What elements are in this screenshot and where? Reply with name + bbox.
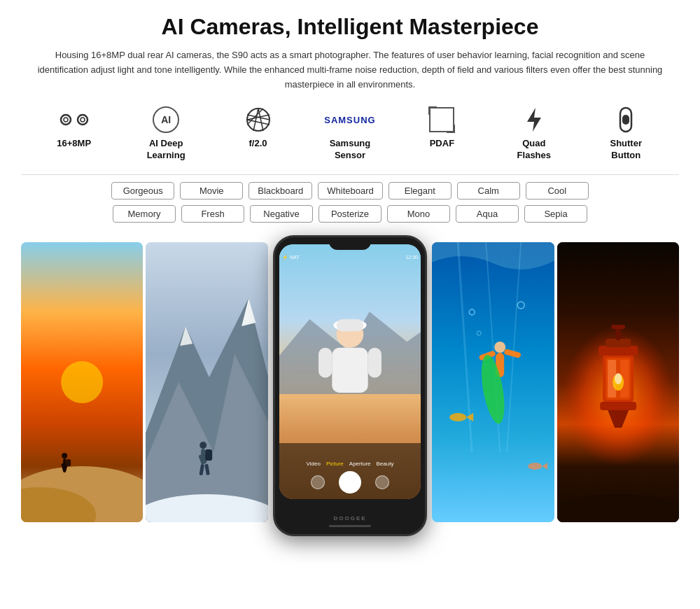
svg-line-8 — [247, 120, 270, 125]
feature-megapixels: 16+8MP — [32, 106, 116, 150]
features-row: 16+8MP AI AI DeepLearning — [21, 106, 679, 162]
aperture-icon — [245, 106, 272, 134]
shutter-button[interactable] — [339, 471, 361, 493]
gallery-button[interactable] — [311, 475, 325, 489]
svg-point-1 — [64, 118, 68, 122]
feature-ai: AI AI DeepLearning — [124, 106, 208, 162]
svg-point-48 — [495, 342, 506, 353]
svg-line-5 — [253, 108, 258, 131]
svg-point-3 — [80, 118, 85, 122]
filter-aqua[interactable]: Aqua — [456, 205, 519, 223]
filter-negative[interactable]: Negative — [250, 205, 313, 223]
camera-ui: Video Picture Aperture Beauty — [279, 443, 421, 499]
svg-rect-22 — [66, 459, 71, 466]
feature-shutter: ShutterButton — [584, 106, 668, 162]
filter-gorgeous[interactable]: Gorgeous — [111, 182, 174, 200]
filter-mono[interactable]: Mono — [387, 205, 450, 223]
svg-rect-43 — [368, 348, 382, 378]
filter-cool[interactable]: Cool — [526, 182, 589, 200]
svg-point-15 — [61, 361, 103, 403]
svg-rect-41 — [332, 348, 368, 393]
photo-underwater — [432, 242, 554, 522]
svg-point-2 — [78, 115, 88, 125]
filter-blackboard[interactable]: Blackboard — [248, 182, 312, 200]
feature-aperture: f/2.0 — [216, 106, 300, 150]
photo-phone-center: Video Picture Aperture Beauty — [271, 242, 430, 522]
svg-point-29 — [200, 442, 207, 449]
svg-point-0 — [61, 115, 71, 125]
feature-megapixels-label: 16+8MP — [57, 138, 91, 150]
page-container: AI Cameras, Intelligent Masterpiece Hous… — [0, 0, 700, 522]
feature-pdaf: PDAF — [400, 106, 484, 150]
svg-rect-42 — [318, 348, 332, 378]
filter-posterize[interactable]: Posterize — [318, 205, 382, 223]
mode-video[interactable]: Video — [307, 461, 321, 467]
filter-memory[interactable]: Memory — [113, 205, 176, 223]
svg-point-18 — [62, 453, 67, 458]
page-subtitle: Housing 16+8MP dual rear AI cameras, the… — [35, 48, 665, 92]
photo-lantern — [557, 242, 679, 522]
filter-fresh[interactable]: Fresh — [181, 205, 244, 223]
svg-point-4 — [247, 108, 270, 131]
svg-point-72 — [615, 373, 622, 384]
svg-marker-11 — [527, 108, 541, 132]
svg-rect-35 — [206, 449, 213, 461]
samsung-icon: SAMSUNG — [324, 106, 375, 134]
feature-aperture-label: f/2.0 — [249, 138, 267, 150]
svg-rect-70 — [600, 402, 636, 410]
pdaf-icon — [429, 106, 454, 134]
phone-device: Video Picture Aperture Beauty — [273, 235, 427, 536]
photo-mountain — [146, 242, 267, 522]
feature-quad-flash-label: QuadFlashes — [517, 138, 551, 162]
photo-sunset — [21, 242, 143, 522]
feature-samsung: SAMSUNG SamsungSensor — [308, 106, 392, 162]
filter-calm[interactable]: Calm — [457, 182, 520, 200]
filters-section: Gorgeous Movie Blackboard Whiteboard Ele… — [21, 174, 679, 235]
filter-movie[interactable]: Movie — [180, 182, 243, 200]
phone-notch — [329, 237, 371, 250]
svg-rect-69 — [611, 325, 625, 329]
ai-icon: AI — [153, 106, 179, 134]
shutter-icon — [618, 106, 634, 134]
feature-samsung-label: SamsungSensor — [330, 138, 371, 162]
mode-picture[interactable]: Picture — [326, 461, 344, 467]
filter-sepia[interactable]: Sepia — [524, 205, 587, 223]
filter-elegant[interactable]: Elegant — [388, 182, 451, 200]
svg-point-56 — [450, 413, 467, 421]
brand-label: DOOGEE — [333, 515, 366, 522]
svg-rect-66 — [598, 346, 638, 356]
feature-pdaf-label: PDAF — [430, 138, 454, 150]
phone-bottom-bar — [329, 525, 371, 527]
mode-beauty[interactable]: Beauty — [377, 461, 394, 467]
svg-line-6 — [258, 108, 263, 131]
flip-camera-button[interactable] — [375, 475, 389, 489]
camera-modes: Video Picture Aperture Beauty — [307, 461, 394, 467]
feature-shutter-label: ShutterButton — [610, 138, 642, 162]
photos-section: Video Picture Aperture Beauty — [21, 242, 679, 522]
filters-row-2: Memory Fresh Negative Posterize Mono Aqu… — [21, 205, 679, 223]
lightning-icon — [524, 106, 545, 134]
svg-rect-13 — [622, 115, 629, 125]
page-title: AI Cameras, Intelligent Masterpiece — [21, 14, 679, 40]
svg-rect-40 — [337, 319, 364, 331]
phone-screen: Video Picture Aperture Beauty — [279, 244, 421, 499]
camera-buttons — [311, 471, 389, 493]
filter-whiteboard[interactable]: Whiteboard — [318, 182, 382, 200]
feature-ai-label: AI DeepLearning — [147, 138, 186, 162]
mode-aperture[interactable]: Aperture — [349, 461, 371, 467]
camera-icon — [59, 106, 90, 134]
svg-point-58 — [528, 463, 542, 470]
filters-row-1: Gorgeous Movie Blackboard Whiteboard Ele… — [21, 182, 679, 200]
feature-quad-flash: QuadFlashes — [492, 106, 576, 162]
